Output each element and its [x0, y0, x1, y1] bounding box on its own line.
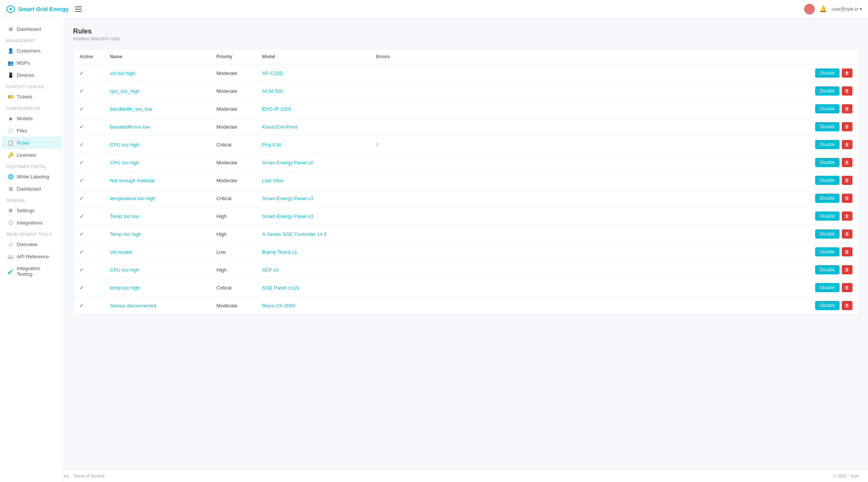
rule-name-link[interactable]: temperature too high	[110, 196, 156, 201]
model-link[interactable]: Risco VX-3000	[262, 303, 295, 309]
check-icon: ✓	[79, 142, 84, 148]
delete-button[interactable]: 🗑	[842, 158, 852, 167]
sidebar-item-msps[interactable]: 👥 MSPs	[2, 57, 62, 69]
rule-name-link[interactable]: bandwidth_too_low	[110, 106, 152, 112]
footer-link[interactable]: Terms of Service	[73, 474, 105, 478]
delete-button[interactable]: 🗑	[842, 247, 852, 256]
errors-cell	[370, 64, 809, 82]
disable-button[interactable]: Disable	[815, 158, 839, 167]
disable-button[interactable]: Disable	[815, 247, 839, 256]
disable-button[interactable]: Disable	[815, 283, 839, 292]
model-link[interactable]: Smart-Energy Panel v2	[262, 160, 313, 165]
model-link[interactable]: AP-C15D	[262, 70, 283, 76]
delete-button[interactable]: 🗑	[842, 194, 852, 203]
model-link[interactable]: SGE Panel v11S	[262, 285, 299, 291]
disable-button[interactable]: Disable	[815, 212, 839, 221]
delete-button[interactable]: 🗑	[842, 104, 852, 113]
delete-button[interactable]: 🗑	[842, 68, 852, 78]
rule-name-link[interactable]: temp too high	[110, 285, 140, 291]
section-general: General	[0, 195, 64, 204]
disable-button[interactable]: Disable	[815, 104, 839, 113]
actions-cell: Disable 🗑	[809, 64, 858, 82]
action-buttons: Disable 🗑	[815, 176, 852, 185]
cp-dashboard-icon: ⊞	[8, 186, 14, 192]
check-icon: ✓	[79, 213, 84, 219]
disable-button[interactable]: Disable	[815, 265, 839, 274]
check-icon: ✓	[79, 106, 84, 112]
bell-icon[interactable]: 🔔	[819, 5, 827, 13]
delete-button[interactable]: 🗑	[842, 229, 852, 239]
delete-button[interactable]: 🗑	[842, 283, 852, 292]
delete-button[interactable]: 🗑	[842, 212, 852, 221]
sidebar-item-models[interactable]: ◈ Models	[2, 112, 62, 124]
rule-name-link[interactable]: Temp too low	[110, 213, 139, 219]
sidebar-item-devices[interactable]: 📱 Devices	[2, 69, 62, 81]
sidebar-item-cp-dashboard[interactable]: ⊞ Dashboard	[2, 183, 62, 195]
disable-button[interactable]: Disable	[815, 86, 839, 95]
model-link[interactable]: SEP v3	[262, 267, 278, 273]
model-link[interactable]: Smart-Energy Panel v3	[262, 196, 313, 201]
sidebar-item-label: Licenses	[17, 152, 36, 158]
model-link[interactable]: Klood End Point	[262, 124, 297, 130]
table-row: ✓cpu_too_highModerateACM-500 Disable 🗑	[73, 82, 858, 100]
delete-button[interactable]: 🗑	[842, 140, 852, 149]
rule-name-link[interactable]: CPU too high	[110, 267, 139, 273]
sidebar-item-integration-testing[interactable]: 🧪 Integration Testing	[2, 262, 62, 280]
model-link[interactable]: Smart-Energy Panel v3	[262, 213, 313, 219]
sidebar-item-customers[interactable]: 👤 Customers	[2, 45, 62, 57]
actions-cell: Disable 🗑	[809, 118, 858, 136]
sidebar-item-integrations[interactable]: ⬡ Integrations	[2, 216, 62, 229]
sidebar-item-tickets[interactable]: 🎫 Tickets	[2, 91, 62, 103]
delete-button[interactable]: 🗑	[842, 86, 852, 95]
disable-button[interactable]: Disable	[815, 140, 839, 149]
errors-cell	[370, 100, 809, 118]
hamburger-button[interactable]	[75, 6, 82, 12]
section-dev-tools: Development Tools	[0, 229, 64, 238]
sidebar-item-settings[interactable]: ⚙ Settings	[2, 204, 62, 216]
actions-cell: Disable 🗑	[809, 279, 858, 297]
model-link[interactable]: Proj X34	[262, 142, 281, 148]
priority-cell: High	[210, 207, 256, 225]
rule-name-link[interactable]: Sensor disconnected	[110, 303, 156, 309]
rule-name-link[interactable]: cpu_too_high	[110, 88, 140, 94]
rule-name-link[interactable]: Temp too high	[110, 231, 141, 237]
sidebar-item-while-labeling[interactable]: 🌐 While Labeling	[2, 170, 62, 183]
rule-name-link[interactable]: Bandwidth too low	[110, 124, 150, 130]
priority-cell: Critical	[210, 279, 256, 297]
avatar	[804, 4, 815, 14]
rule-name-link[interactable]: Vol muted	[110, 249, 132, 255]
priority-cell: Critical	[210, 136, 256, 154]
delete-button[interactable]: 🗑	[842, 122, 852, 131]
delete-button[interactable]: 🗑	[842, 301, 852, 310]
info-icon[interactable]: ℹ	[376, 142, 378, 148]
sidebar-item-label: MSPs	[17, 60, 30, 66]
rule-name-link[interactable]: CPU too high	[110, 160, 139, 165]
rule-name-link[interactable]: vol too high	[110, 70, 135, 76]
rule-name-link[interactable]: CPU too high	[110, 142, 139, 148]
disable-button[interactable]: Disable	[815, 68, 839, 78]
disable-button[interactable]: Disable	[815, 176, 839, 185]
sidebar-item-api-reference[interactable]: 📖 API Reference	[2, 250, 62, 262]
model-link[interactable]: Biamp Tesira x1	[262, 249, 297, 255]
delete-button[interactable]: 🗑	[842, 265, 852, 274]
disable-button[interactable]: Disable	[815, 229, 839, 239]
rule-name-link[interactable]: Not enough material	[110, 178, 154, 183]
delete-button[interactable]: 🗑	[842, 176, 852, 185]
sidebar-item-licenses[interactable]: 🔑 Licenses	[2, 149, 62, 161]
model-link[interactable]: EVO-IP 1000	[262, 106, 291, 112]
sidebar-item-overview[interactable]: □ Overview	[2, 238, 62, 250]
actions-cell: Disable 🗑	[809, 207, 858, 225]
user-email[interactable]: user@xyte.io ▾	[831, 6, 862, 12]
priority-cell: Moderate	[210, 118, 256, 136]
sidebar-item-files[interactable]: 📄 Files	[2, 124, 62, 137]
model-link[interactable]: X-Series SGE Controller 14.5	[262, 231, 327, 237]
model-link[interactable]: Liad View	[262, 178, 283, 183]
check-icon: ✓	[79, 124, 84, 130]
action-buttons: Disable 🗑	[815, 229, 852, 239]
disable-button[interactable]: Disable	[815, 301, 839, 310]
sidebar-item-rules[interactable]: 📋 Rules	[2, 137, 62, 149]
disable-button[interactable]: Disable	[815, 194, 839, 203]
model-link[interactable]: ACM-500	[262, 88, 283, 94]
disable-button[interactable]: Disable	[815, 122, 839, 131]
sidebar-item-dashboard[interactable]: ⊞ Dashboard	[2, 23, 62, 35]
